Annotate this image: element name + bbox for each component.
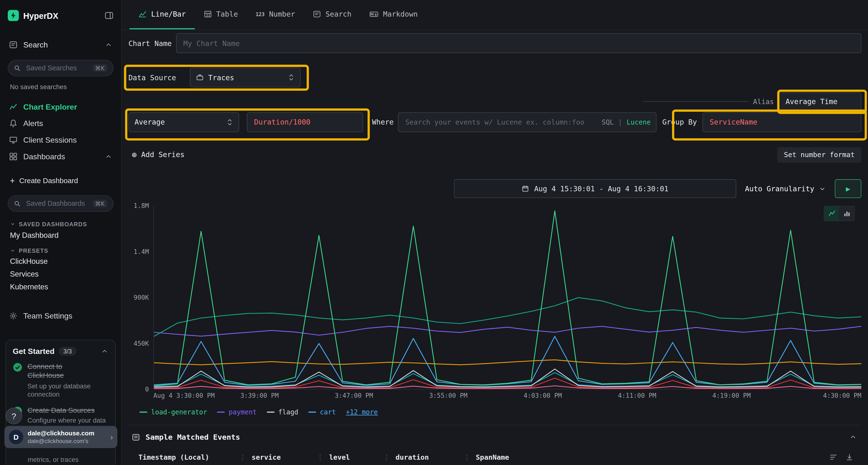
column-header-timestamp[interactable]: Timestamp (Local)	[132, 449, 232, 465]
date-range-value: Aug 4 15:30:01 - Aug 4 16:30:01	[534, 185, 669, 193]
legend-item-load-generator[interactable]: load-generator	[140, 408, 207, 416]
sidebar-item-my-dashboard[interactable]: My Dashboard	[0, 228, 121, 242]
search-icon	[14, 64, 21, 72]
data-source-select[interactable]: Traces	[190, 67, 301, 88]
bar-view-toggle[interactable]	[839, 206, 854, 221]
tab-label: Search	[326, 10, 351, 18]
alias-label: Alias	[753, 98, 774, 106]
saved-searches-field[interactable]	[25, 64, 88, 72]
bell-icon	[9, 119, 18, 128]
x-tick: 4:03:00 PM	[523, 392, 562, 399]
markdown-icon	[369, 10, 378, 18]
sidebar-item-dashboards[interactable]: Dashboards	[0, 148, 121, 165]
gear-icon	[9, 311, 18, 321]
tab-line-bar[interactable]: Line/Bar	[129, 0, 194, 29]
row-density-icon[interactable]	[829, 453, 837, 461]
sidebar-item-team-settings[interactable]: Team Settings	[0, 308, 121, 324]
column-divider[interactable]: ⋮	[463, 453, 470, 461]
y-tick: 0	[145, 386, 149, 393]
legend-dash	[267, 411, 274, 413]
get-started-header[interactable]: Get Started 3/3	[13, 347, 108, 356]
tab-table[interactable]: Table	[194, 0, 247, 29]
saved-searches-input[interactable]: ⌘K	[8, 60, 114, 76]
legend-item-cart[interactable]: cart	[308, 408, 336, 416]
sidebar-item-chart-explorer[interactable]: Chart Explorer	[0, 99, 121, 115]
y-tick: 1.8M	[133, 202, 149, 210]
chart-editor: Chart Name Data Source Traces Alias	[122, 30, 868, 465]
section-label-text: PRESETS	[19, 247, 48, 254]
column-divider[interactable]: ⋮	[383, 453, 390, 461]
aggregation-field-input[interactable]	[247, 112, 363, 132]
column-header-service[interactable]: ⋮service	[232, 449, 310, 465]
legend-name: load-generator	[151, 408, 207, 416]
sql-toggle[interactable]: SQL	[602, 118, 614, 126]
user-account-chip[interactable]: D dale@clickhouse.com dale@clickhouse.co…	[4, 426, 117, 448]
search-section-icon	[9, 40, 18, 49]
shortcut-badge: ⌘K	[92, 200, 107, 207]
series-load-generator	[154, 211, 861, 386]
legend-item-flagd[interactable]: flagd	[267, 408, 298, 416]
preset-kubernetes[interactable]: Kubernetes	[0, 280, 121, 293]
granularity-select[interactable]: Auto Granularity	[744, 185, 827, 193]
column-header-duration[interactable]: ⋮duration	[376, 449, 457, 465]
tab-number[interactable]: 123 Number	[247, 0, 304, 29]
where-search-input[interactable]	[404, 117, 597, 127]
chevron-down-icon	[10, 248, 16, 254]
chart-area: 1.8M1.4M900K450K0 Aug 4 3:30:00 PM3:39:0…	[128, 206, 862, 402]
presets-section[interactable]: PRESETS	[0, 246, 121, 255]
column-header-level[interactable]: ⋮level	[310, 449, 377, 465]
user-email-sub: dale@clickhouse.com's	[28, 437, 106, 444]
get-started-item-subtitle: Set up your database connection	[28, 382, 108, 399]
briefcase-icon	[196, 73, 204, 81]
legend-more-link[interactable]: +12 more	[346, 408, 378, 416]
line-view-toggle[interactable]	[824, 206, 839, 221]
sidebar-item-client-sessions[interactable]: Client Sessions	[0, 132, 121, 148]
series-other-5	[154, 298, 861, 336]
set-number-format-button[interactable]: Set number format	[777, 147, 862, 162]
saved-dashboards-section[interactable]: SAVED DASHBOARDS	[0, 220, 121, 228]
create-dashboard-label: Create Dashboard	[19, 176, 78, 185]
chart-name-input[interactable]	[176, 33, 862, 53]
help-button[interactable]: ?	[5, 408, 22, 424]
chevron-up-icon[interactable]	[849, 433, 857, 441]
date-range-picker[interactable]: Aug 4 15:30:01 - Aug 4 16:30:01	[454, 179, 736, 198]
alias-input[interactable]	[778, 92, 861, 111]
tab-search[interactable]: Search	[304, 0, 360, 29]
chevron-up-icon[interactable]	[105, 41, 112, 49]
saved-dashboards-input[interactable]: ⌘K	[8, 195, 114, 212]
aggregation-select[interactable]: Average	[128, 112, 239, 132]
column-header-spanname[interactable]: ⋮SpanName	[457, 449, 829, 465]
y-tick: 1.4M	[133, 248, 149, 256]
tab-label: Number	[269, 10, 295, 18]
chevron-up-icon[interactable]	[101, 347, 108, 355]
where-label: Where	[372, 118, 394, 126]
collapse-sidebar-icon[interactable]	[105, 11, 114, 20]
chart-explorer-icon	[9, 102, 18, 111]
y-tick: 900K	[133, 294, 149, 301]
chart-legend: load-generatorpaymentflagdcart +12 more	[128, 408, 862, 416]
sidebar-item-alerts[interactable]: Alerts	[0, 115, 121, 132]
group-by-input[interactable]	[702, 112, 861, 132]
column-divider[interactable]: ⋮	[317, 453, 323, 461]
chevron-up-icon[interactable]	[105, 153, 112, 161]
get-started-item-connect[interactable]: Connect to ClickHouse Set up your databa…	[13, 362, 108, 399]
preset-services[interactable]: Services	[0, 268, 121, 280]
download-icon[interactable]	[845, 453, 854, 461]
add-series-button[interactable]: ⊕ Add Series	[132, 150, 184, 160]
x-axis: Aug 4 3:30:00 PM3:39:00 PM3:47:00 PM3:55…	[153, 392, 861, 401]
lucene-toggle[interactable]: Lucene	[627, 118, 651, 126]
create-dashboard-button[interactable]: + Create Dashboard	[0, 172, 121, 189]
tab-markdown[interactable]: Markdown	[361, 0, 427, 29]
preset-clickhouse[interactable]: ClickHouse	[0, 255, 121, 268]
column-divider[interactable]: ⋮	[239, 453, 246, 461]
get-started-title: Get Started	[13, 347, 55, 356]
events-table-header: Timestamp (Local) ⋮service ⋮level ⋮durat…	[128, 449, 862, 465]
saved-dashboards-field[interactable]	[25, 199, 88, 208]
sidebar-section-search[interactable]: Search	[0, 37, 121, 53]
group-by-label: Group By	[662, 118, 697, 126]
user-texts: dale@clickhouse.com dale@clickhouse.com'…	[28, 430, 106, 444]
run-query-button[interactable]: ▶	[835, 179, 861, 198]
legend-item-payment[interactable]: payment	[217, 408, 256, 416]
get-started-item-title: Connect to ClickHouse	[28, 362, 97, 380]
chart-plot[interactable]	[153, 206, 861, 389]
